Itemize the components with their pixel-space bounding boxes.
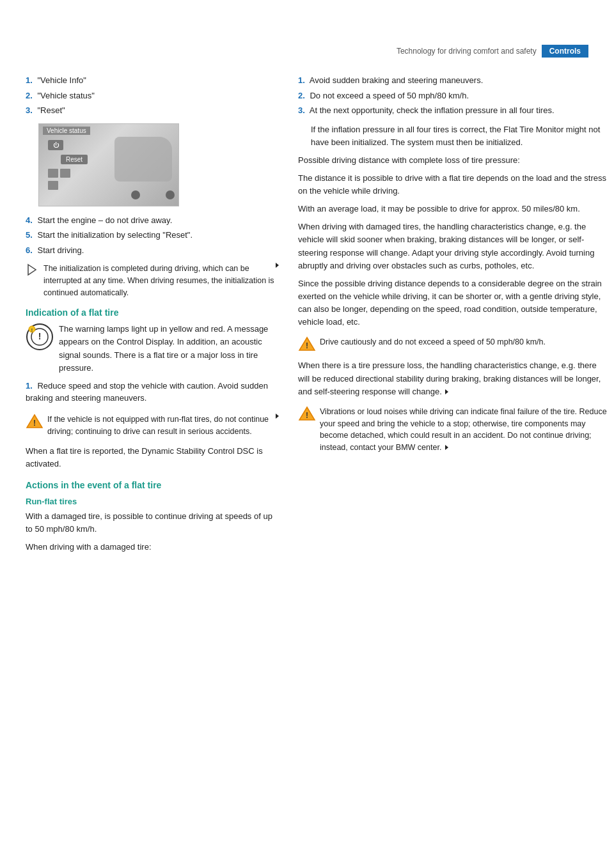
note3-block: ! Vibrations or loud noises while drivin… — [298, 403, 608, 456]
para-if: If the inflation pressure in all four ti… — [311, 123, 608, 149]
list-item: 1. "Vehicle Info" — [26, 74, 279, 87]
svg-marker-0 — [28, 265, 36, 275]
svg-text:!: ! — [306, 411, 308, 420]
content-area: 1. "Vehicle Info" 2. "Vehicle status" 3.… — [0, 64, 614, 559]
para-when-loss: When there is a tire pressure loss, the … — [298, 359, 608, 398]
svg-text:!: ! — [38, 331, 42, 341]
list2: 4. Start the engine – do not drive away.… — [26, 214, 279, 257]
list-item: 2. "Vehicle status" — [26, 89, 279, 102]
para1: When a flat tire is reported, the Dynami… — [26, 445, 279, 470]
note1-block: ! If the vehicle is not equipped with ru… — [26, 411, 279, 440]
header-badge: Controls — [542, 45, 588, 58]
vehicle-status-image: Vehicle status ⏻ Reset — [38, 123, 179, 206]
vehicle-img-title: Vehicle status — [43, 127, 90, 135]
para-handling: When driving with damaged tires, the han… — [298, 221, 608, 272]
list1: 1. "Vehicle Info" 2. "Vehicle status" 3.… — [26, 74, 279, 117]
svg-text:!: ! — [33, 419, 36, 428]
tire-warning-text: The warning lamps light up in yellow and… — [59, 323, 279, 375]
warning-triangle-icon3: ! — [298, 406, 316, 421]
list-item: 5. Start the initialization by selecting… — [26, 229, 279, 242]
page-container: Technology for driving comfort and safet… — [0, 38, 614, 868]
list-item: 2. Do not exceed a speed of 50 mph/80 km… — [298, 89, 608, 102]
header-bar: Technology for driving comfort and safet… — [0, 38, 614, 64]
sub-heading: Run-flat tires — [26, 497, 279, 506]
section2-heading: Actions in the event of a flat tire — [26, 480, 279, 490]
warning-triangle-icon: ! — [26, 414, 43, 429]
reset-button[interactable]: Reset — [61, 155, 88, 164]
tire-warning-block: ! ! The warning lamps light up in yellow… — [26, 323, 279, 375]
warning-triangle-icon2: ! — [298, 336, 316, 352]
play-note-block: The initialization is completed during d… — [26, 263, 279, 298]
list-item: 3. At the next opportunity, check the in… — [298, 104, 608, 117]
play-text: The initialization is completed during d… — [43, 263, 274, 298]
para-distance: The distance it is possible to drive wit… — [298, 172, 608, 198]
tire-warning-icon: ! ! — [26, 323, 54, 351]
right-list1: 1. Avoid sudden braking and steering man… — [298, 74, 608, 117]
note3-text: Vibrations or loud noises while driving … — [320, 406, 608, 454]
svg-text:!: ! — [306, 341, 308, 350]
para-possible: Possible driving distance with complete … — [298, 154, 608, 167]
sub-para1: With a damaged tire, is possible to cont… — [26, 510, 279, 536]
play-icon — [26, 263, 40, 276]
list-item: 6. Start driving. — [26, 244, 279, 257]
note2-block: ! Drive cautiously and do not exceed a s… — [298, 334, 608, 354]
list-item: 3. "Reset" — [26, 104, 279, 117]
sub-para2: When driving with a damaged tire: — [26, 541, 279, 554]
end-marker — [445, 389, 448, 394]
note1-text: If the vehicle is not equipped with run-… — [47, 414, 274, 438]
end-marker — [276, 263, 279, 268]
right-col: 1. Avoid sudden braking and steering man… — [298, 74, 608, 559]
list-item: 1. Avoid sudden braking and steering man… — [298, 74, 608, 87]
end-marker — [276, 414, 279, 419]
end-marker — [445, 445, 448, 450]
tire-list: 1. Reduce speed and stop the vehicle wit… — [26, 380, 279, 405]
section1-heading: Indication of a flat tire — [26, 307, 279, 318]
svg-text:!: ! — [31, 328, 33, 332]
list-item: 4. Start the engine – do not drive away. — [26, 214, 279, 227]
list-item: 1. Reduce speed and stop the vehicle wit… — [26, 380, 279, 405]
para-average: With an average load, it may be possible… — [298, 203, 608, 215]
left-col: 1. "Vehicle Info" 2. "Vehicle status" 3.… — [26, 74, 279, 559]
note2-text: Drive cautiously and do not exceed a spe… — [320, 336, 546, 348]
header-title: Technology for driving comfort and safet… — [397, 47, 537, 56]
para-since: Since the possible driving distance depe… — [298, 277, 608, 329]
